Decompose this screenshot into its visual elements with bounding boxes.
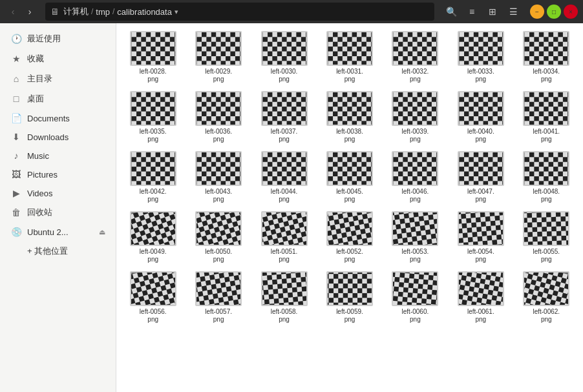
list-item[interactable]: left-0040. png: [449, 88, 512, 146]
list-item[interactable]: left-0037. png: [253, 88, 315, 146]
list-item[interactable]: left-0029. png: [187, 28, 249, 86]
sidebar-item-ubuntu[interactable]: 💿Ubuntu 2...⏏: [3, 223, 113, 241]
svg-rect-263: [371, 37, 372, 41]
sidebar-item-other[interactable]: + 其他位置: [3, 242, 113, 261]
list-item[interactable]: left-0041. png: [515, 88, 578, 146]
svg-rect-2267: [396, 224, 401, 229]
breadcrumb-computer[interactable]: 计算机: [63, 6, 89, 17]
list-item[interactable]: left-0057. png: [187, 269, 249, 326]
list-item[interactable]: left-0047. png: [449, 149, 512, 206]
svg-rect-433: [493, 42, 497, 46]
maximize-button[interactable]: □: [547, 5, 561, 19]
menu-button[interactable]: ☰: [504, 3, 522, 21]
svg-rect-1600: [460, 181, 464, 185]
svg-rect-1406: [366, 162, 371, 167]
list-item[interactable]: left-0031. png: [318, 28, 381, 86]
list-item[interactable]: left-0050. png: [187, 209, 249, 266]
list-item[interactable]: left-0052. png: [318, 209, 381, 266]
svg-rect-2179: [352, 235, 357, 241]
list-item[interactable]: left-0036. png: [187, 88, 249, 146]
sidebar-item-desktop[interactable]: □桌面: [3, 89, 113, 108]
svg-rect-3066: [328, 303, 329, 305]
svg-rect-90: [235, 32, 240, 37]
svg-rect-1524: [418, 181, 422, 185]
sidebar-item-trash[interactable]: 🗑回收站: [3, 203, 113, 222]
list-item[interactable]: left-0060. png: [384, 269, 447, 326]
close-button[interactable]: ×: [564, 5, 578, 19]
svg-rect-1656: [549, 167, 553, 171]
list-item[interactable]: left-0045. png: [318, 149, 381, 206]
file-area[interactable]: left-0028. png left-0029. png left-0030.…: [116, 23, 583, 392]
svg-rect-1397: [371, 157, 372, 161]
breadcrumb-tmp[interactable]: tmp: [96, 7, 110, 17]
list-item[interactable]: left-0061. png: [449, 269, 512, 326]
list-item[interactable]: left-0035. png: [122, 88, 184, 146]
svg-rect-847: [357, 107, 361, 111]
list-item[interactable]: left-0058. png: [253, 269, 315, 326]
svg-rect-3018: [328, 284, 329, 288]
sidebar-item-documents[interactable]: 📄Documents: [3, 109, 113, 127]
sidebar-eject-ubuntu[interactable]: ⏏: [99, 228, 105, 236]
sidebar-item-music[interactable]: ♪Music: [3, 147, 113, 165]
sidebar-item-videos[interactable]: ▶Videos: [3, 184, 113, 202]
svg-rect-373: [432, 52, 436, 56]
sidebar-item-downloads[interactable]: ⬇Downloads: [3, 128, 113, 146]
sidebar-item-pictures[interactable]: 🖼Pictures: [3, 165, 113, 183]
list-item[interactable]: left-0056. png: [122, 269, 184, 326]
svg-rect-1135: [131, 152, 136, 157]
svg-rect-441: [483, 46, 488, 51]
list-item[interactable]: left-0043. png: [187, 149, 249, 206]
svg-rect-1356: [306, 176, 306, 181]
svg-rect-2153: [350, 226, 355, 232]
minimize-button[interactable]: −: [530, 5, 544, 19]
list-item[interactable]: left-0032. png: [384, 28, 447, 86]
svg-rect-1028: [483, 116, 488, 121]
svg-rect-178: [286, 37, 291, 41]
search-button[interactable]: 🔍: [442, 3, 460, 21]
list-item[interactable]: left-0042. png: [122, 149, 184, 206]
list-item[interactable]: left-0053. png: [384, 209, 447, 266]
svg-rect-1061: [558, 92, 563, 97]
list-item[interactable]: left-0059. png: [318, 269, 381, 326]
svg-rect-3134: [423, 280, 429, 285]
list-item[interactable]: left-0034. png: [515, 28, 578, 86]
list-item[interactable]: left-0049. png: [122, 209, 184, 266]
list-item[interactable]: left-0062. png: [515, 269, 578, 326]
breadcrumb-calibrationdata[interactable]: calibrationdata: [117, 7, 172, 17]
svg-rect-3024: [353, 284, 357, 288]
forward-button[interactable]: ›: [22, 4, 37, 19]
list-item[interactable]: left-0054. png: [449, 209, 512, 266]
svg-rect-3128: [395, 277, 400, 282]
svg-rect-821: [328, 97, 333, 101]
svg-rect-1006: [474, 107, 478, 111]
svg-rect-6: [155, 32, 160, 37]
list-item[interactable]: left-0046. png: [384, 149, 447, 206]
list-item[interactable]: left-0051. png: [253, 209, 315, 266]
svg-rect-1277: [202, 181, 206, 185]
list-item[interactable]: left-0038. png: [318, 88, 381, 146]
list-item[interactable]: left-0028. png: [122, 28, 184, 86]
svg-rect-914: [403, 102, 408, 107]
list-item[interactable]: left-0048. png: [515, 149, 578, 206]
svg-rect-246: [337, 32, 342, 37]
list-item[interactable]: left-0044. png: [253, 149, 315, 206]
list-view-button[interactable]: ≡: [463, 3, 481, 21]
file-name: left-0028. png: [140, 68, 167, 83]
svg-rect-2557: [538, 232, 543, 237]
sidebar-item-home[interactable]: ⌂主目录: [3, 69, 113, 88]
view-toggle-button[interactable]: ⊞: [483, 3, 502, 21]
list-item[interactable]: left-0030. png: [253, 28, 315, 86]
svg-rect-570: [141, 92, 145, 97]
list-item[interactable]: left-0039. png: [384, 88, 447, 146]
list-item[interactable]: left-0055. png: [515, 209, 578, 266]
sidebar-item-recent[interactable]: 🕐最近使用: [3, 29, 113, 48]
svg-rect-2156: [364, 223, 370, 229]
svg-rect-1426: [366, 172, 371, 176]
svg-rect-2987: [348, 273, 352, 274]
svg-rect-543: [553, 56, 558, 61]
sidebar-item-favorites[interactable]: ★收藏: [3, 49, 113, 68]
svg-rect-21: [131, 42, 136, 46]
breadcrumb-dropdown[interactable]: ▾: [175, 8, 178, 16]
list-item[interactable]: left-0033. png: [449, 28, 512, 86]
back-button[interactable]: ‹: [5, 4, 21, 19]
